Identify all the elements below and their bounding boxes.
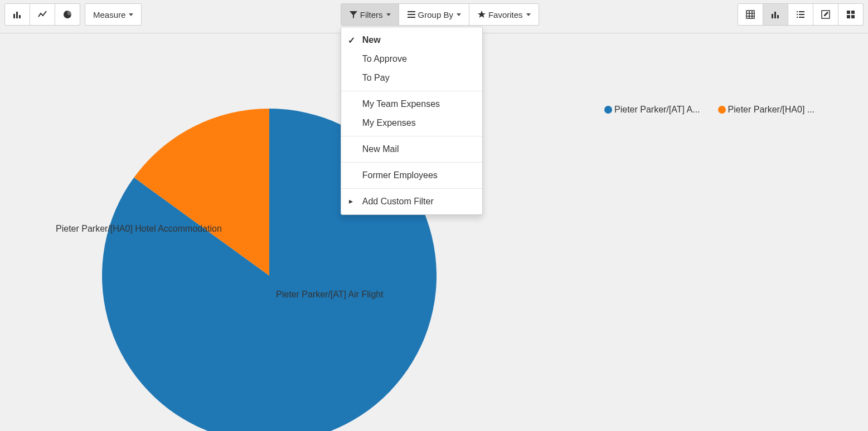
chart-type-group [4, 3, 80, 26]
svg-rect-22 [847, 11, 850, 14]
groupby-button[interactable]: Group By [399, 3, 469, 26]
filter-item-former-employees[interactable]: Former Employees [341, 166, 482, 185]
pie-chart-icon [63, 10, 72, 19]
toolbar-right [738, 3, 864, 26]
pivot-view-button[interactable] [738, 3, 763, 26]
pie-label-air-flight: Pieter Parker/[AT] Air Flight [276, 290, 384, 300]
filters-button[interactable]: Filters [341, 3, 399, 26]
filter-icon [349, 10, 358, 19]
caret-icon [129, 13, 133, 16]
svg-rect-12 [772, 14, 773, 18]
svg-rect-14 [777, 15, 779, 18]
line-chart-button[interactable] [30, 3, 55, 26]
dropdown-divider [341, 162, 482, 163]
pie-label-hotel: Pieter Parker/[HA0] Hotel Accommodation [56, 224, 222, 234]
svg-rect-0 [13, 14, 15, 18]
favorites-button[interactable]: Favorites [469, 3, 539, 26]
kanban-view-button[interactable] [838, 3, 864, 26]
legend-swatch-icon [604, 106, 612, 114]
legend-label: Pieter Parker/[AT] A... [614, 105, 700, 115]
svg-rect-25 [851, 15, 855, 18]
form-view-button[interactable] [813, 3, 838, 26]
filter-item-add-custom[interactable]: Add Custom Filter [341, 192, 482, 211]
svg-rect-16 [799, 11, 804, 12]
pie-chart-button[interactable] [55, 3, 80, 26]
view-switcher-group [738, 3, 864, 26]
star-icon [477, 10, 486, 19]
svg-rect-15 [797, 11, 798, 12]
filter-item-new[interactable]: New [341, 31, 482, 50]
filters-label: Filters [360, 10, 383, 19]
toolbar: Measure Filters New To Approve To Pay My… [0, 0, 868, 33]
measure-button[interactable]: Measure [85, 3, 142, 26]
line-chart-icon [38, 10, 47, 19]
groupby-label: Group By [418, 10, 453, 19]
caret-icon [457, 13, 461, 16]
measure-label: Measure [93, 10, 125, 19]
dropdown-divider [341, 136, 482, 136]
bar-chart-icon [13, 10, 22, 19]
toolbar-center: Filters New To Approve To Pay My Team Ex… [341, 3, 539, 26]
filter-item-my-team-expenses[interactable]: My Team Expenses [341, 95, 482, 114]
svg-rect-17 [797, 14, 798, 15]
svg-rect-24 [847, 15, 850, 18]
svg-rect-6 [408, 17, 415, 18]
edit-icon [821, 10, 830, 19]
legend-item-air-flight[interactable]: Pieter Parker/[AT] A... [604, 105, 700, 115]
svg-rect-2 [19, 15, 21, 18]
filter-item-my-expenses[interactable]: My Expenses [341, 114, 482, 133]
svg-rect-7 [746, 11, 754, 18]
svg-rect-18 [799, 14, 804, 15]
legend-swatch-icon [718, 106, 726, 114]
filter-item-new-mail[interactable]: New Mail [341, 140, 482, 159]
legend-label: Pieter Parker/[HA0] ... [728, 105, 815, 115]
svg-rect-20 [799, 17, 804, 18]
table-icon [746, 10, 755, 19]
svg-rect-4 [408, 11, 415, 12]
search-options-group: Filters New To Approve To Pay My Team Ex… [341, 3, 539, 26]
svg-rect-1 [16, 12, 18, 18]
list-view-button[interactable] [788, 3, 813, 26]
kanban-icon [846, 10, 855, 19]
bar-chart-icon [771, 10, 780, 19]
toolbar-left: Measure [4, 3, 142, 26]
svg-rect-19 [797, 17, 798, 18]
svg-rect-23 [851, 11, 855, 14]
bar-chart-button[interactable] [4, 3, 30, 26]
legend-item-hotel[interactable]: Pieter Parker/[HA0] ... [718, 105, 815, 115]
filters-dropdown-menu: New To Approve To Pay My Team Expenses M… [341, 27, 483, 215]
dropdown-divider [341, 188, 482, 189]
filter-item-to-approve[interactable]: To Approve [341, 50, 482, 68]
favorites-label: Favorites [488, 10, 523, 19]
filters-dropdown-wrapper: Filters New To Approve To Pay My Team Ex… [341, 3, 399, 26]
chart-legend: Pieter Parker/[AT] A... Pieter Parker/[H… [604, 105, 814, 115]
svg-rect-13 [774, 12, 776, 18]
dropdown-divider [341, 91, 482, 91]
caret-icon [386, 13, 391, 16]
filter-item-to-pay[interactable]: To Pay [341, 68, 482, 87]
svg-rect-5 [408, 14, 415, 15]
caret-icon [526, 13, 531, 16]
graph-view-button[interactable] [763, 3, 788, 26]
list-view-icon [796, 10, 805, 19]
list-icon [407, 10, 416, 19]
